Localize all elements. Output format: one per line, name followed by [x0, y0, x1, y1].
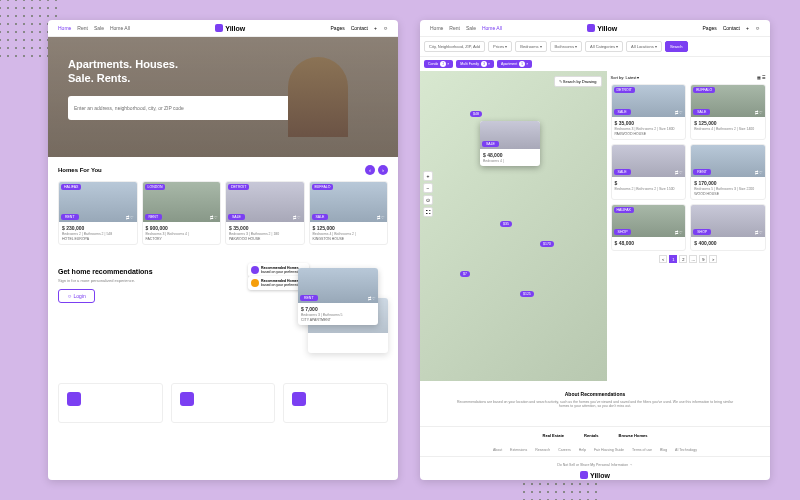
hero-image: [288, 57, 348, 137]
feature-box[interactable]: [171, 383, 276, 423]
nav-home[interactable]: Home: [430, 25, 443, 31]
footer-link[interactable]: Fair Housing Guide: [594, 448, 624, 452]
top-nav: Home Rent Sale Home All Yillow Pages Con…: [48, 20, 398, 37]
nav-home[interactable]: Home: [58, 25, 71, 31]
listings-screen: Home Rent Sale Home All Yillow Pages Con…: [420, 20, 770, 480]
feature-box[interactable]: [283, 383, 388, 423]
footer-link[interactable]: Terms of use: [632, 448, 652, 452]
sort-dropdown[interactable]: Sort by: Latest ▾: [611, 75, 640, 80]
page-number[interactable]: 2: [679, 255, 687, 263]
user-icon[interactable]: ☺: [755, 25, 760, 31]
top-nav: Home Rent Sale Home All Yillow Pages Con…: [420, 20, 770, 37]
about-text: Recommendations are based on your locati…: [455, 400, 735, 408]
view-toggle[interactable]: ▦ ☰: [757, 75, 766, 80]
map-pin[interactable]: $170: [540, 241, 554, 247]
filter-locations[interactable]: All Locations ▾: [626, 41, 662, 52]
filter-bathrooms[interactable]: Bathrooms ▾: [550, 41, 582, 52]
tag-icon: [180, 392, 194, 406]
plus-icon[interactable]: +: [374, 25, 377, 31]
locate-icon[interactable]: ⊙: [423, 195, 433, 205]
logo[interactable]: Yillow: [587, 24, 617, 32]
footer-col[interactable]: Rentals: [584, 433, 598, 438]
search-button[interactable]: Search: [665, 41, 688, 52]
user-icon[interactable]: ☺: [383, 25, 388, 31]
footer-logo: Yillow: [426, 471, 764, 479]
next-arrow[interactable]: ›: [378, 165, 388, 175]
legal-link[interactable]: Do Not Sell or Share My Personal Informa…: [426, 463, 764, 467]
house-icon: [67, 392, 81, 406]
listing-card[interactable]: DETROITSALE⇄ ♡$ 35,000Bedrooms 3 | Bathr…: [611, 84, 687, 140]
footer-link[interactable]: Research: [535, 448, 550, 452]
nav-rent[interactable]: Rent: [449, 25, 460, 31]
plus-icon[interactable]: +: [746, 25, 749, 31]
map-pin[interactable]: $125: [520, 291, 534, 297]
key-icon: [292, 392, 306, 406]
listing-card[interactable]: BUFFALOSALE⇄ ♡$ 125,000Bedrooms 4 | Bath…: [690, 84, 766, 140]
section-title: Homes For You: [58, 167, 102, 173]
page-number[interactable]: >: [709, 255, 717, 263]
search-input[interactable]: [72, 100, 288, 116]
rec-subtitle: Sign in for a more personalized experien…: [58, 278, 238, 283]
listing-card[interactable]: HALIFAXSHOP⇄ ♡$ 48,000: [611, 204, 687, 251]
nav-homeall[interactable]: Home All: [110, 25, 130, 31]
map-pin[interactable]: $48: [470, 111, 482, 117]
hero: Apartments. Houses.Sale. Rents. ⌕: [48, 37, 398, 157]
page-number[interactable]: 9: [699, 255, 707, 263]
page-number[interactable]: ...: [689, 255, 697, 263]
nav-sale[interactable]: Sale: [94, 25, 104, 31]
filter-price[interactable]: Prices ▾: [488, 41, 512, 52]
homepage-screen: Home Rent Sale Home All Yillow Pages Con…: [48, 20, 398, 480]
listing-card[interactable]: SALE⇄ ♡$Bedrooms 2 | Bathrooms 2 | Size …: [611, 144, 687, 200]
rec-title: Get home recommendations: [58, 268, 238, 275]
footer-col[interactable]: Real Estate: [543, 433, 565, 438]
footer-link[interactable]: Help: [579, 448, 586, 452]
page-number[interactable]: 1: [669, 255, 677, 263]
nav-pages[interactable]: Pages: [331, 25, 345, 31]
nav-contact[interactable]: Contact: [351, 25, 368, 31]
filter-bar: City, Neighborhood, ZIP, Add Prices ▾ Be…: [420, 37, 770, 57]
property-card[interactable]: DETROITSALE⇄ ♡$ 35,000Bedrooms 3 | Bathr…: [225, 181, 305, 245]
nav-contact[interactable]: Contact: [723, 25, 740, 31]
fullscreen-icon[interactable]: ⛶: [423, 207, 433, 217]
nav-homeall[interactable]: Home All: [482, 25, 502, 31]
map-popup[interactable]: SALE $ 48,000Bedrooms 4 |: [480, 121, 540, 166]
filter-categories[interactable]: All Categories ▾: [585, 41, 623, 52]
draw-search[interactable]: ✎ Search by Drawing: [554, 76, 602, 87]
login-button[interactable]: ☺ Login: [58, 289, 95, 303]
property-type-tag[interactable]: Condo2 ×: [424, 60, 453, 68]
about-title: About Recommendations: [430, 391, 760, 397]
property-type-tag[interactable]: Apartment5 ×: [497, 60, 532, 68]
rec-card[interactable]: RENT⇄ ♡ $ 7,000Bedrooms 3 | Bathrooms 5C…: [298, 268, 378, 325]
filter-bedrooms[interactable]: Bedrooms ▾: [515, 41, 546, 52]
map-pin[interactable]: $35: [500, 221, 512, 227]
property-type-tag[interactable]: Multi Family3 ×: [456, 60, 494, 68]
nav-rent[interactable]: Rent: [77, 25, 88, 31]
map[interactable]: ✎ Search by Drawing $48 $35 $170 $7 $125…: [420, 71, 607, 381]
nav-sale[interactable]: Sale: [466, 25, 476, 31]
prev-arrow[interactable]: ‹: [365, 165, 375, 175]
search-bar: ⌕: [68, 96, 308, 120]
property-card[interactable]: HALIFAXRENT⇄ ♡$ 230,000Bedrooms 2 | Bath…: [58, 181, 138, 245]
logo[interactable]: Yillow: [215, 24, 245, 32]
footer-col[interactable]: Browse Homes: [619, 433, 648, 438]
map-pin[interactable]: $7: [460, 271, 470, 277]
listing-card[interactable]: RENT⇄ ♡$ 170,000Bedrooms 5 | Bathrooms 3…: [690, 144, 766, 200]
zoom-in[interactable]: +: [423, 171, 433, 181]
footer-link[interactable]: Extensions: [510, 448, 527, 452]
property-card[interactable]: LONDONRENT⇄ ♡$ 900,000Bedrooms 3 | Bathr…: [142, 181, 222, 245]
filter-location[interactable]: City, Neighborhood, ZIP, Add: [424, 41, 485, 52]
footer-link[interactable]: Careers: [558, 448, 570, 452]
footer-link[interactable]: About: [493, 448, 502, 452]
nav-pages[interactable]: Pages: [703, 25, 717, 31]
zoom-out[interactable]: −: [423, 183, 433, 193]
feature-box[interactable]: [58, 383, 163, 423]
property-card[interactable]: BUFFALOSALE⇄ ♡$ 125,000Bedrooms 4 | Bath…: [309, 181, 389, 245]
footer-link[interactable]: AI Technology: [675, 448, 697, 452]
footer-link[interactable]: Blog: [660, 448, 667, 452]
listing-card[interactable]: SHOP⇄ ♡$ 400,000: [690, 204, 766, 251]
page-number[interactable]: <: [659, 255, 667, 263]
